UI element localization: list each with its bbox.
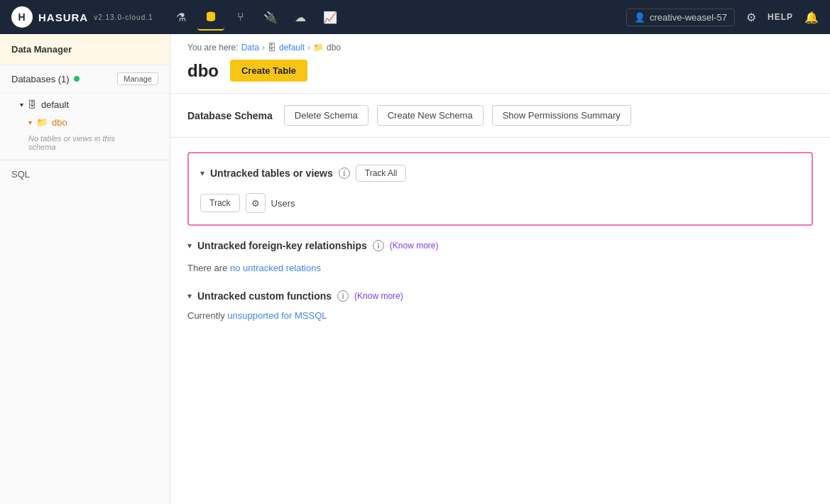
brand: H HASURA v2.13.0-cloud.1 — [11, 6, 153, 28]
untracked-functions-info-icon[interactable]: i — [337, 290, 349, 302]
folder-icon: 📁 — [36, 117, 48, 128]
chevron-down-icon: ▾ — [20, 101, 23, 109]
delete-schema-button[interactable]: Delete Schema — [284, 105, 368, 126]
sidebar: Data Manager Databases (1) Manage ▾ 🗄 de… — [0, 34, 170, 504]
breadcrumb-area: You are here: Data › 🗄 default › 📁 dbo — [170, 34, 830, 53]
metrics-nav-btn[interactable]: 📈 — [317, 4, 344, 31]
breadcrumb-sep-1: › — [262, 43, 265, 53]
sidebar-item-dbo[interactable]: ▾ 📁 dbo — [0, 114, 170, 131]
body-area: ▾ Untracked tables or views i Track All … — [170, 138, 830, 349]
main-layout: Data Manager Databases (1) Manage ▾ 🗄 de… — [0, 34, 830, 504]
chevron-down-icon: ▾ — [28, 119, 32, 126]
unsupported-highlight: unsupported for MSSQL — [227, 310, 327, 321]
untracked-foreign-title: Untracked foreign-key relationships — [197, 240, 367, 251]
untracked-foreign-header: ▾ Untracked foreign-key relationships i … — [187, 240, 813, 251]
manage-button[interactable]: Manage — [117, 72, 158, 85]
schema-nav-btn[interactable]: ⑂ — [227, 4, 254, 31]
untracked-tables-section: ▾ Untracked tables or views i Track All … — [187, 152, 813, 226]
databases-row-left: Databases (1) — [11, 74, 80, 84]
no-relations-text: There are no untracked relations — [187, 260, 813, 276]
version-label: v2.13.0-cloud.1 — [94, 13, 153, 21]
sidebar-db-row: Databases (1) Manage — [0, 65, 170, 93]
breadcrumb-data-link[interactable]: Data — [241, 43, 259, 53]
logo-icon: H — [11, 6, 33, 28]
no-tables-msg: No tables or views in this schema — [0, 131, 170, 157]
account-name: creative-weasel-57 — [650, 12, 727, 23]
actions-nav-btn[interactable]: 🔌 — [257, 4, 284, 31]
track-all-button[interactable]: Track All — [356, 165, 407, 182]
flask-nav-btn[interactable]: ⚗ — [168, 4, 195, 31]
schema-actions: Database Schema Delete Schema Create New… — [170, 94, 830, 138]
health-indicator — [74, 76, 80, 82]
untracked-functions-header: ▾ Untracked custom functions i (Know mor… — [187, 290, 813, 302]
sidebar-tree: ▾ 🗄 default ▾ 📁 dbo No tables or views i… — [0, 93, 170, 160]
untracked-tables-info-icon[interactable]: i — [339, 168, 350, 179]
untracked-functions-know-more[interactable]: (Know more) — [354, 291, 403, 301]
create-new-schema-button[interactable]: Create New Schema — [377, 105, 484, 126]
db-name-label: default — [41, 99, 69, 110]
notifications-icon[interactable]: 🔔 — [804, 11, 819, 24]
sidebar-title: Data Manager — [0, 34, 170, 65]
breadcrumb-db-icon: 🗄 — [268, 43, 276, 53]
main-content: You are here: Data › 🗄 default › 📁 dbo d… — [170, 34, 830, 504]
untracked-foreign-info-icon[interactable]: i — [373, 240, 384, 251]
topnav: H HASURA v2.13.0-cloud.1 ⚗ ⑂ 🔌 ☁ 📈 👤 cre… — [0, 0, 830, 34]
brand-name: HASURA — [38, 11, 88, 23]
schema-label: Database Schema — [187, 110, 273, 121]
create-table-button[interactable]: Create Table — [230, 60, 307, 82]
help-btn[interactable]: HELP — [768, 12, 793, 22]
configure-users-button[interactable]: ⚙ — [246, 193, 266, 213]
untracked-foreign-toggle-icon[interactable]: ▾ — [187, 241, 192, 251]
breadcrumb-dbo-label: dbo — [327, 43, 341, 53]
breadcrumb: You are here: Data › 🗄 default › 📁 dbo — [187, 43, 813, 53]
breadcrumb-default-link[interactable]: default — [279, 43, 305, 53]
databases-label: Databases (1) — [11, 74, 70, 84]
breadcrumb-you-are: You are here: — [187, 43, 239, 53]
untracked-foreign-know-more[interactable]: (Know more) — [390, 241, 439, 251]
untracked-foreign-section: ▾ Untracked foreign-key relationships i … — [187, 240, 813, 276]
account-icon: 👤 — [634, 12, 645, 23]
untracked-functions-title: Untracked custom functions — [197, 290, 332, 302]
untracked-tables-box: ▾ Untracked tables or views i Track All … — [187, 152, 813, 226]
track-users-button[interactable]: Track — [200, 194, 240, 212]
unsupported-text: Currently unsupported for MSSQL — [187, 310, 813, 321]
no-untracked-highlight: no untracked relations — [230, 263, 321, 273]
table-track-row: Track ⚙ Users — [200, 193, 800, 213]
sidebar-item-sql[interactable]: SQL — [0, 160, 170, 188]
untracked-functions-toggle-icon[interactable]: ▾ — [187, 291, 192, 301]
topnav-right: 👤 creative-weasel-57 ⚙ HELP 🔔 — [626, 9, 819, 26]
page-title-row: dbo Create Table — [170, 60, 830, 94]
users-table-name: Users — [271, 198, 295, 209]
page-title: dbo — [187, 61, 219, 81]
account-btn[interactable]: 👤 creative-weasel-57 — [626, 9, 735, 26]
settings-icon[interactable]: ⚙ — [746, 11, 756, 24]
untracked-tables-header: ▾ Untracked tables or views i Track All — [200, 165, 800, 182]
sidebar-item-default[interactable]: ▾ 🗄 default — [0, 96, 170, 114]
breadcrumb-sep-2: › — [307, 43, 310, 53]
show-permissions-button[interactable]: Show Permissions Summary — [492, 105, 631, 126]
sql-label: SQL — [11, 169, 30, 180]
untracked-tables-title: Untracked tables or views — [210, 168, 333, 179]
cloud-nav-btn[interactable]: ☁ — [287, 4, 314, 31]
topnav-icons: ⚗ ⑂ 🔌 ☁ 📈 — [168, 4, 626, 31]
untracked-tables-toggle-icon[interactable]: ▾ — [200, 168, 204, 178]
database-icon: 🗄 — [28, 99, 37, 110]
untracked-functions-section: ▾ Untracked custom functions i (Know mor… — [187, 290, 813, 321]
schema-name-label: dbo — [52, 117, 67, 128]
breadcrumb-folder-icon: 📁 — [313, 43, 324, 53]
database-nav-btn[interactable] — [197, 4, 224, 31]
